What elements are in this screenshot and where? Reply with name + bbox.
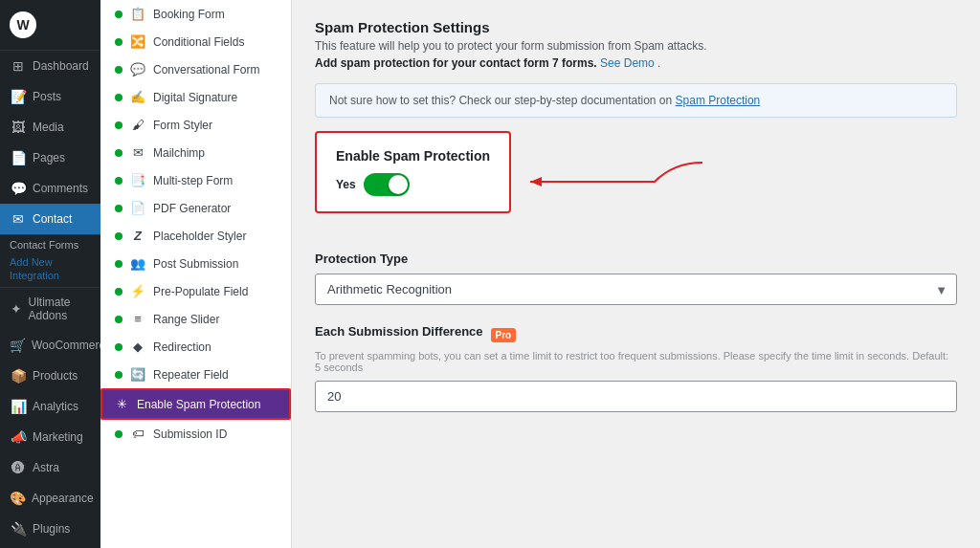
conversational-form-icon: 💬 [130,62,145,77]
posts-icon: 📝 [10,89,27,104]
submission-id-icon: 🏷 [130,427,145,441]
main-settings-content: Spam Protection Settings This feature wi… [292,0,980,548]
sidebar-item-label: Pages [33,151,65,164]
nav-item-post-submission[interactable]: 👥 Post Submission [100,250,291,277]
sidebar-item-label: Products [33,369,78,383]
post-submission-icon: 👥 [130,256,145,271]
contact-forms-header: Contact Forms [10,239,78,251]
sidebar-item-label: Plugins [33,522,70,536]
sidebar-item-dashboard[interactable]: ⊞ Dashboard [0,51,100,81]
nav-item-range-slider[interactable]: ≡ Range Slider [100,305,291,333]
active-dot [115,38,122,46]
nav-item-form-styler[interactable]: 🖌 Form Styler [100,111,291,139]
nav-item-label: Repeater Field [153,368,229,382]
nav-item-redirection[interactable]: ◆ Redirection [100,333,291,361]
spam-protection-toggle[interactable] [364,173,410,196]
active-dot [115,343,122,351]
active-dot [115,121,122,129]
nav-item-pre-populate-field[interactable]: ⚡ Pre-Populate Field [100,277,291,305]
appearance-icon: 🎨 [10,491,26,506]
section-desc-line2: Add spam protection for your contact for… [315,56,957,70]
nav-item-booking-form[interactable]: 📋 Booking Form [100,0,291,28]
sidebar-item-label: Media [33,121,64,134]
sidebar-item-comments[interactable]: 💬 Comments [0,173,100,204]
nav-item-conditional-fields[interactable]: 🔀 Conditional Fields [100,28,291,55]
active-dot [115,430,122,438]
add-new-link[interactable]: Add New [10,256,91,268]
sidebar-item-label: Dashboard [33,59,89,73]
active-dot [115,94,122,101]
nav-item-repeater-field[interactable]: 🔄 Repeater Field [100,361,291,388]
multi-step-form-icon: 📑 [130,173,145,187]
sidebar-item-contact[interactable]: ✉ Contact [0,204,100,234]
protection-type-label: Protection Type [315,252,957,266]
each-submission-label: Each Submission Difference [315,324,483,339]
nav-item-conversational-form[interactable]: 💬 Conversational Form [100,55,291,83]
active-dot [115,232,122,240]
integration-link[interactable]: Integration [10,270,91,281]
digital-signature-icon: ✍ [130,90,145,104]
redirection-icon: ◆ [130,340,145,354]
comments-icon: 💬 [10,181,27,196]
protection-type-wrapper: Arithmetic Recognition ▼ [315,274,957,305]
nav-item-spam-protection[interactable]: ✳ Enable Spam Protection [100,388,291,420]
mailchimp-icon: ✉ [130,145,145,160]
active-dot [115,288,122,296]
nav-item-mailchimp[interactable]: ✉ Mailchimp [100,139,291,166]
sidebar-item-label: Contact [33,212,72,226]
protection-type-section: Protection Type Arithmetic Recognition ▼ [315,252,957,305]
sidebar-item-label: Posts [33,90,61,103]
active-dot [115,66,122,74]
sidebar-item-ultimate-addons[interactable]: ✦ Ultimate Addons [0,288,100,330]
spam-protection-icon: ✳ [114,397,129,411]
sidebar-item-pages[interactable]: 📄 Pages [0,142,100,173]
sidebar-item-marketing[interactable]: 📣 Marketing [0,422,100,452]
wp-admin-sidebar: W ⊞ Dashboard 📝 Posts 🖼 Media 📄 Pages 💬 … [0,0,100,548]
nav-item-label: Booking Form [153,8,225,21]
each-submission-label-row: Each Submission Difference Pro [315,324,957,346]
see-demo-link[interactable]: See Demo [600,56,655,70]
sidebar-item-analytics[interactable]: 📊 Analytics [0,391,100,422]
sidebar-item-posts[interactable]: 📝 Posts [0,81,100,112]
content-area: 📋 Booking Form 🔀 Conditional Fields 💬 Co… [100,0,980,548]
wp-logo-icon: W [10,11,36,38]
enable-spam-label: Enable Spam Protection [336,148,490,164]
sidebar-item-media[interactable]: 🖼 Media [0,112,100,142]
sidebar-item-plugins[interactable]: 🔌 Plugins [0,514,100,544]
protection-type-select[interactable]: Arithmetic Recognition [315,274,957,305]
info-box: Not sure how to set this? Check our step… [315,83,957,118]
active-dot [115,177,122,185]
nav-item-pdf-generator[interactable]: 📄 PDF Generator [100,194,291,222]
nav-item-label: Pre-Populate Field [153,285,248,298]
plugins-icon: 🔌 [10,521,27,537]
active-dot [115,260,122,268]
conditional-fields-icon: 🔀 [130,34,145,49]
nav-item-label: PDF Generator [153,202,231,215]
booking-form-icon: 📋 [130,7,145,21]
analytics-icon: 📊 [10,399,27,414]
nav-item-placeholder-styler[interactable]: Z Placeholder Styler [100,222,291,250]
nav-item-label: Placeholder Styler [153,230,246,243]
red-arrow-1 [521,153,712,210]
spam-protection-doc-link[interactable]: Spam Protection [676,94,761,107]
placeholder-styler-icon: Z [130,229,145,243]
sidebar-item-label: Astra [33,461,59,474]
sidebar-item-products[interactable]: 📦 Products [0,361,100,391]
active-dot [115,205,122,212]
submission-difference-input[interactable] [315,381,957,412]
products-icon: 📦 [10,368,27,384]
sidebar-item-astra[interactable]: 🅐 Astra [0,452,100,483]
nav-item-digital-signature[interactable]: ✍ Digital Signature [100,83,291,111]
sidebar-item-woocommerce[interactable]: 🛒 WooCommerce [0,330,100,361]
nav-item-label: Conditional Fields [153,35,244,49]
sidebar-item-appearance[interactable]: 🎨 Appearance [0,483,100,514]
pdf-generator-icon: 📄 [130,201,145,215]
form-styler-icon: 🖌 [130,118,145,132]
pro-badge: Pro [491,328,517,342]
cf-sidebar: 📋 Booking Form 🔀 Conditional Fields 💬 Co… [100,0,292,548]
toggle-yes-label: Yes [336,178,356,191]
nav-item-submission-id[interactable]: 🏷 Submission ID [100,420,291,448]
section-title: Spam Protection Settings [315,19,957,35]
nav-item-multi-step-form[interactable]: 📑 Multi-step Form [100,166,291,194]
sidebar-item-users[interactable]: 👤 Users [0,544,100,548]
